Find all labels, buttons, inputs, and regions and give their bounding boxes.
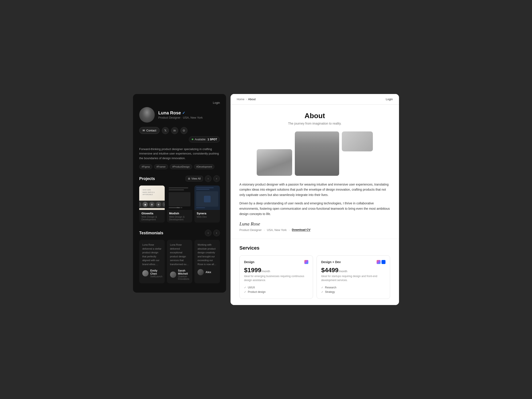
services-title: Services: [239, 245, 390, 251]
profile-subtitle: Product Designer · USA, New York: [158, 116, 203, 119]
projects-actions: ⊞ View All ‹ ›: [185, 175, 220, 182]
author-name-0: Emily Chen: [150, 269, 162, 275]
service-design-name: Design: [244, 260, 254, 264]
action-row: ✉ Contact 𝕏 in ⊙ Available: 1 SPOT: [139, 127, 220, 143]
figma-icon-2: [377, 260, 381, 264]
linkedin-icon: in: [174, 129, 176, 132]
projects-title: Projects: [139, 177, 155, 181]
service-devdesign-icons: [377, 260, 386, 264]
project-thumb-modish: New In: [167, 185, 192, 210]
services-section: Services Design $1999/month Ideal for em…: [231, 239, 399, 305]
testimonial-text-1: Luna Rose delivered exceptional product …: [170, 243, 189, 266]
contact-button[interactable]: ✉ Contact: [139, 127, 160, 134]
nav-login-button[interactable]: Login: [386, 98, 393, 101]
breadcrumb: Home › About: [237, 98, 256, 101]
testimonials-prev-button[interactable]: ‹: [205, 230, 211, 236]
breadcrumb-about: About: [248, 98, 256, 101]
service-devdesign-price: $4499/month: [321, 267, 386, 274]
tag-development[interactable]: #Development: [194, 164, 215, 169]
testimonial-card-1: Luna Rose delivered exceptional product …: [167, 240, 192, 283]
signature-meta: Product Designer · USA, New York · Downl…: [239, 228, 390, 232]
sig-dot: ·: [289, 228, 290, 232]
project-thumb-glowella: SKIN CAREMADE SIMPLE &AFFORDABLE ⌂ ◉ ⊞ ⊕…: [139, 185, 165, 210]
author-info-2: Alex: [205, 271, 211, 274]
projects-grid: SKIN CAREMADE SIMPLE &AFFORDABLE ⌂ ◉ ⊞ ⊕…: [139, 185, 220, 222]
bio-section: A visionary product designer with a pass…: [239, 182, 390, 217]
service-design-features: ✓ UI/UX ✓ Product design: [244, 285, 308, 294]
tag-framer[interactable]: #Framer: [154, 164, 168, 169]
testimonials-section: Testimonials ‹ › Luna Rose delivered a s…: [139, 230, 220, 283]
testimonials-next-button[interactable]: ›: [213, 230, 220, 236]
breadcrumb-separator: ›: [246, 98, 247, 101]
availability-dot: [192, 139, 193, 140]
mail-icon: ✉: [143, 129, 145, 132]
testimonial-author-2: Alex: [197, 269, 217, 275]
nav-cart-icon: ⊕: [156, 202, 161, 207]
service-card-design: Design $1999/month Ideal for emerging bu…: [239, 255, 313, 299]
bio-para-1: A visionary product designer with a pass…: [239, 182, 390, 198]
service-design-desc: Ideal for emerging businesses requiring …: [244, 274, 308, 282]
author-name-1: Sarah Mitchell: [178, 269, 189, 275]
camera-icon: ⊙: [183, 129, 185, 132]
project-type-modish: Web Design & Development: [169, 215, 190, 221]
avatar: [139, 107, 155, 123]
project-type-synera: Web Dev: [197, 215, 218, 218]
sig-title: Product Designer: [239, 228, 262, 232]
signature: Luna Rose: [239, 221, 390, 227]
nav-grid-icon: ⊞: [149, 202, 154, 207]
testimonial-author-0: Emily Chen SwiftLaunch: [142, 269, 162, 278]
project-thumb-synera: [194, 185, 220, 210]
feature-research: ✓ Research: [321, 285, 386, 290]
twitter-button[interactable]: 𝕏: [162, 127, 169, 134]
sig-location: USA, New York: [267, 228, 287, 232]
feature-productdesign: ✓ Product design: [244, 290, 308, 294]
profile-bio: Forward-thinking product designer specia…: [139, 147, 220, 161]
service-devdesign-name: Design + Dev: [321, 260, 341, 264]
view-all-button[interactable]: ⊞ View All: [185, 176, 203, 182]
sig-sep: ·: [264, 228, 265, 232]
breadcrumb-home[interactable]: Home: [237, 98, 245, 101]
bio-para-2: Driven by a deep understanding of user n…: [239, 201, 390, 216]
author-company-1: Quantum Innovations: [178, 275, 189, 280]
tag-productdesign[interactable]: #ProductDesign: [170, 164, 192, 169]
projects-next-button[interactable]: ›: [213, 175, 220, 182]
profile-header: Luna Rose ✓ Product Designer · USA, New …: [139, 107, 220, 123]
project-info-synera: Synera Web Dev: [194, 210, 220, 220]
service-card-design-dev: Design + Dev $4499/month Ideal for start…: [317, 255, 390, 299]
login-link-left[interactable]: Login: [213, 101, 220, 104]
project-card-glowella[interactable]: SKIN CAREMADE SIMPLE &AFFORDABLE ⌂ ◉ ⊞ ⊕…: [139, 185, 165, 222]
project-card-modish[interactable]: New In Modish Web Design & Development: [167, 185, 192, 222]
tags-container: #Figma #Framer #ProductDesign #Developme…: [139, 164, 220, 169]
check-icon-3: ✓: [321, 286, 323, 289]
service-design-icons: [304, 260, 308, 264]
right-nav: Home › About Login: [231, 94, 399, 105]
framer-icon: [381, 260, 386, 264]
service-design-header: Design: [244, 260, 308, 264]
figma-icon: [304, 260, 308, 264]
feature-strategy: ✓ Strategy: [321, 290, 386, 294]
tag-figma[interactable]: #Figma: [139, 164, 152, 169]
camera-button[interactable]: ⊙: [180, 127, 188, 134]
testimonial-text-0: Luna Rose delivered a stellar product de…: [142, 243, 162, 266]
project-floating-nav: ⌂ ◉ ⊞ ⊕ ☰: [139, 201, 165, 208]
service-design-price: $1999/month: [244, 267, 308, 274]
check-icon-4: ✓: [321, 290, 323, 293]
testimonial-card-2: Working with absolute product design cre…: [194, 240, 220, 283]
services-grid: Design $1999/month Ideal for emerging bu…: [239, 255, 390, 299]
project-info-modish: Modish Web Design & Development: [167, 210, 192, 222]
author-name-2: Alex: [205, 271, 211, 274]
panels-container: Login Luna Rose ✓ Product Designer · USA…: [133, 94, 399, 305]
nav-home-icon: ⌂: [139, 202, 141, 207]
author-avatar-2: [197, 269, 204, 275]
author-info-0: Emily Chen SwiftLaunch: [150, 269, 162, 278]
grid-icon: ⊞: [188, 177, 190, 180]
download-cv-link[interactable]: Download CV: [292, 228, 310, 232]
linkedin-button[interactable]: in: [171, 127, 178, 134]
photo-portrait: [295, 132, 339, 176]
about-subtitle: The journey from imagination to reality.: [239, 122, 390, 125]
project-type-glowella: Web Design & Development: [141, 215, 163, 221]
project-card-synera[interactable]: Synera Web Dev: [194, 185, 220, 222]
signature-block: Luna Rose Product Designer · USA, New Yo…: [239, 221, 390, 232]
testimonials-section-header: Testimonials ‹ ›: [139, 230, 220, 236]
projects-prev-button[interactable]: ‹: [205, 175, 211, 182]
